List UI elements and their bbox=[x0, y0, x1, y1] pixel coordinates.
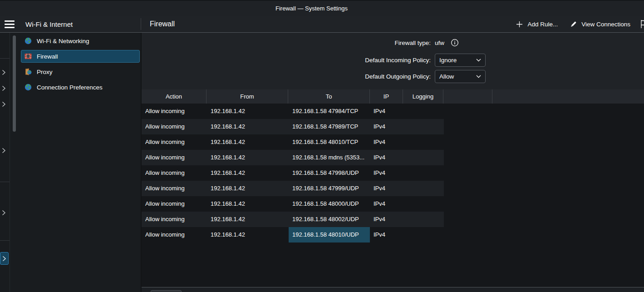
table-row[interactable]: Allow incoming192.168.1.42192.168.1.58 4… bbox=[142, 227, 644, 243]
window-title: Firewall — System Settings bbox=[275, 5, 348, 12]
cell-to: 192.168.1.58 48002/UDP bbox=[292, 212, 359, 227]
sidebar-header-title: Wi-Fi & Internet bbox=[25, 20, 73, 28]
table-row[interactable]: Allow incoming192.168.1.42192.168.1.58 4… bbox=[142, 119, 644, 134]
globe-icon bbox=[25, 37, 32, 45]
page-title: Firewall bbox=[150, 20, 175, 28]
column-header-to[interactable]: To bbox=[288, 89, 370, 104]
collapsed-category-chevron-icon[interactable] bbox=[2, 147, 6, 155]
cell-from: 192.168.1.42 bbox=[211, 104, 245, 119]
cell-from: 192.168.1.42 bbox=[211, 119, 245, 134]
cell-from: 192.168.1.42 bbox=[211, 165, 245, 181]
collapsed-category-chevron-icon[interactable] bbox=[2, 101, 6, 109]
cell-action: Allow incoming bbox=[145, 134, 185, 150]
titlebar[interactable]: Firewall — System Settings bbox=[0, 0, 644, 16]
sidebar-scrollbar[interactable] bbox=[13, 35, 16, 132]
proxy-icon bbox=[25, 68, 32, 75]
table-row[interactable]: Allow incoming192.168.1.42192.168.1.58 m… bbox=[142, 150, 644, 165]
collapsed-category-chevron-icon[interactable] bbox=[2, 85, 6, 93]
cell-from: 192.168.1.42 bbox=[211, 227, 245, 243]
column-header-action[interactable]: Action bbox=[142, 89, 206, 104]
cell-to: 192.168.1.58 48000/UDP bbox=[292, 196, 359, 212]
cell-from: 192.168.1.42 bbox=[211, 150, 245, 165]
cell-to: 192.168.1.58 47984/TCP bbox=[292, 104, 358, 119]
selected-category-chevron[interactable] bbox=[0, 252, 9, 265]
cell-action: Allow incoming bbox=[145, 104, 185, 119]
view-connections-label: View Connections bbox=[581, 21, 630, 28]
sidebar-item-wi-fi-networking[interactable]: Wi-Fi & Networking bbox=[21, 35, 140, 47]
cell-from: 192.168.1.42 bbox=[211, 196, 245, 212]
incoming-policy-select[interactable]: Ignore bbox=[435, 54, 486, 67]
table-row[interactable]: Allow incoming192.168.1.42192.168.1.58 4… bbox=[142, 212, 644, 227]
cell-action: Allow incoming bbox=[145, 119, 185, 134]
cell-ip: IPv4 bbox=[374, 150, 385, 165]
chevron-down-icon bbox=[476, 59, 481, 62]
collapsed-category-chevron-icon[interactable] bbox=[2, 209, 6, 218]
strip-divider bbox=[10, 33, 10, 292]
cell-from: 192.168.1.42 bbox=[211, 212, 245, 227]
table-row[interactable]: Allow incoming192.168.1.42192.168.1.58 4… bbox=[142, 196, 644, 212]
plus-icon bbox=[516, 20, 523, 28]
sidebar-item-label: Wi-Fi & Networking bbox=[37, 38, 89, 45]
table-row[interactable]: Allow incoming192.168.1.42192.168.1.58 4… bbox=[142, 104, 644, 119]
cell-action: Allow incoming bbox=[145, 227, 185, 243]
cell-to: 192.168.1.58 47998/UDP bbox=[292, 165, 359, 181]
add-rule-button[interactable]: Add Rule... bbox=[516, 20, 558, 28]
sidebar-item-label: Firewall bbox=[37, 53, 58, 60]
cell-ip: IPv4 bbox=[374, 227, 385, 243]
collapsed-category-chevron-icon[interactable] bbox=[2, 69, 6, 77]
cell-ip: IPv4 bbox=[374, 104, 385, 119]
footer-bar bbox=[142, 287, 644, 292]
add-rule-label: Add Rule... bbox=[527, 21, 558, 28]
cell-from: 192.168.1.42 bbox=[211, 181, 245, 196]
column-header-ip[interactable]: IP bbox=[370, 89, 403, 104]
column-header-from[interactable]: From bbox=[206, 89, 288, 104]
cell-action: Allow incoming bbox=[145, 196, 185, 212]
subcategory-sidebar: Wi-Fi & NetworkingFirewallProxyConnectio… bbox=[18, 33, 141, 292]
cell-ip: IPv4 bbox=[374, 119, 385, 134]
flag-icon[interactable] bbox=[639, 20, 644, 29]
rules-table-header: ActionFromToIPLogging bbox=[142, 89, 644, 104]
toolbar: Wi-Fi & Internet Firewall Add Rule... Vi… bbox=[0, 16, 644, 33]
info-icon[interactable] bbox=[451, 39, 459, 47]
sidebar-item-connection-preferences[interactable]: Connection Preferences bbox=[21, 81, 140, 94]
chevron-down-icon bbox=[476, 75, 481, 78]
globe-icon bbox=[25, 84, 32, 91]
cell-from: 192.168.1.42 bbox=[211, 134, 245, 150]
cell-to: 192.168.1.58 48010/TCP bbox=[292, 134, 358, 150]
incoming-policy-value: Ignore bbox=[439, 57, 457, 64]
firewall-icon bbox=[25, 53, 32, 60]
cell-to: 192.168.1.58 mdns (5353... bbox=[292, 150, 364, 165]
cell-ip: IPv4 bbox=[374, 134, 385, 150]
column-header-empty-6[interactable] bbox=[492, 89, 644, 104]
table-row[interactable]: Allow incoming192.168.1.42192.168.1.58 4… bbox=[142, 165, 644, 181]
sidebar-item-proxy[interactable]: Proxy bbox=[21, 65, 140, 78]
table-row[interactable]: Allow incoming192.168.1.42192.168.1.58 4… bbox=[142, 181, 644, 196]
cell-ip: IPv4 bbox=[374, 181, 385, 196]
incoming-policy-label: Default Incoming Policy: bbox=[142, 57, 431, 64]
cell-action: Allow incoming bbox=[145, 150, 185, 165]
toolbar-divider bbox=[141, 18, 141, 30]
rules-table: Allow incoming192.168.1.42192.168.1.58 4… bbox=[142, 104, 644, 287]
firewall-type-value: ufw bbox=[435, 40, 444, 46]
hamburger-menu-button[interactable] bbox=[5, 20, 15, 29]
cell-action: Allow incoming bbox=[145, 181, 185, 196]
outgoing-policy-select[interactable]: Allow bbox=[435, 70, 486, 83]
cell-to: 192.168.1.58 48010/UDP bbox=[292, 227, 359, 243]
cell-action: Allow incoming bbox=[145, 165, 185, 181]
column-header-empty-5[interactable] bbox=[443, 89, 492, 104]
sidebar-item-label: Connection Preferences bbox=[37, 84, 103, 91]
strip-section-divider bbox=[0, 240, 10, 241]
firewall-type-label: Firewall type: bbox=[142, 40, 431, 46]
view-connections-button[interactable]: View Connections bbox=[570, 20, 630, 28]
cell-to: 192.168.1.58 47989/TCP bbox=[292, 119, 358, 134]
sidebar-item-firewall[interactable]: Firewall bbox=[21, 50, 140, 63]
cell-ip: IPv4 bbox=[374, 196, 385, 212]
cell-action: Allow incoming bbox=[145, 212, 185, 227]
outgoing-policy-label: Default Outgoing Policy: bbox=[142, 73, 431, 80]
column-header-logging[interactable]: Logging bbox=[403, 89, 443, 104]
sidebar-item-label: Proxy bbox=[37, 69, 53, 75]
category-strip bbox=[0, 33, 18, 292]
partial-footer-button[interactable] bbox=[151, 290, 182, 292]
table-row[interactable]: Allow incoming192.168.1.42192.168.1.58 4… bbox=[142, 134, 644, 150]
strip-section-divider bbox=[0, 58, 10, 59]
